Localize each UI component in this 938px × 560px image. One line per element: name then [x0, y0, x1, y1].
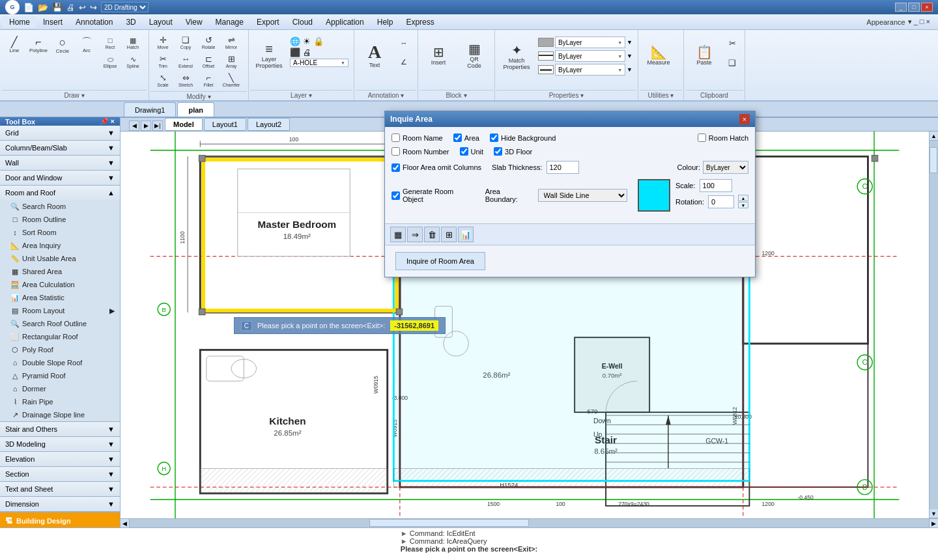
section-text-header[interactable]: Text and Sheet ▼ — [0, 482, 120, 496]
dialog-tool-2[interactable]: ⇒ — [407, 227, 423, 242]
item-dormer[interactable]: ⌂Dormer — [0, 382, 120, 395]
item-search-roof[interactable]: 🔍Search Roof Outline — [0, 317, 120, 330]
chamfer-btn[interactable]: ╲Chamfer — [220, 72, 242, 90]
hatch-btn[interactable]: ▦Hatch — [122, 35, 144, 53]
h-scroll-track[interactable] — [130, 519, 929, 527]
unit-input[interactable] — [460, 147, 468, 156]
trim-btn[interactable]: ✂Trim — [152, 53, 174, 71]
floor-area-input[interactable] — [391, 163, 400, 172]
menu-manage[interactable]: Manage — [209, 16, 250, 28]
h-scroll-thumb[interactable] — [369, 519, 529, 527]
rotate-btn[interactable]: ↺Rotate — [197, 34, 220, 52]
color-dropdown[interactable]: ByLayer — [555, 36, 625, 48]
item-unit-usable[interactable]: 📏Unit Usable Area — [0, 252, 120, 265]
inquire-room-area-btn[interactable]: Inquire of Room Area — [395, 252, 485, 270]
menu-insert[interactable]: Insert — [36, 16, 69, 28]
qr-code-btn[interactable]: ▦ QRCode — [457, 34, 492, 78]
stretch-btn[interactable]: ⇔Stretch — [175, 72, 197, 90]
menu-help[interactable]: Help — [371, 16, 400, 28]
match-properties-btn[interactable]: ✦ MatchProperties — [499, 35, 534, 79]
item-poly-roof[interactable]: ⬡Poly Roof — [0, 343, 120, 356]
tab-drawing1[interactable]: Drawing1 — [124, 102, 176, 117]
menu-cloud[interactable]: Cloud — [286, 16, 319, 28]
room-number-input[interactable] — [391, 147, 400, 156]
colour-preview-box[interactable] — [638, 179, 670, 212]
tab-plan[interactable]: plan — [177, 102, 214, 117]
open-icon[interactable]: 📂 — [38, 3, 48, 12]
horizontal-scrollbar[interactable]: ◀ ▶ — [121, 518, 938, 527]
room-number-check[interactable]: Room Number — [391, 147, 449, 156]
scroll-left-btn[interactable]: ◀ — [121, 519, 130, 527]
dim-angular-btn[interactable]: ∠ — [393, 53, 415, 71]
item-area-stat[interactable]: 📊Area Statistic — [0, 291, 120, 304]
scroll-right-btn[interactable]: ▶ — [929, 519, 938, 527]
menu-export[interactable]: Export — [250, 16, 286, 28]
paste-btn[interactable]: 📋 Paste — [687, 34, 722, 78]
item-shared-area[interactable]: ▦Shared Area — [0, 265, 120, 278]
rotation-input[interactable] — [708, 195, 734, 208]
layer-properties-btn[interactable]: ≡ LayerProperties — [251, 34, 287, 78]
rotation-down-btn[interactable]: ▼ — [738, 202, 748, 208]
section-door-header[interactable]: Door and Window ▼ — [0, 171, 120, 185]
dialog-tool-5[interactable]: 📊 — [458, 227, 474, 242]
3d-floor-check[interactable]: 3D Floor — [494, 147, 532, 156]
item-area-inquiry[interactable]: 📐Area Inquiry — [0, 239, 120, 252]
hide-bg-check[interactable]: Hide Background — [490, 133, 556, 142]
item-pyramid[interactable]: △Pyramid Roof — [0, 369, 120, 382]
room-name-check[interactable]: Room Name — [391, 133, 443, 142]
copy2-btn[interactable]: ❑ — [722, 53, 742, 72]
workspace-select[interactable]: 2D Drafting — [101, 2, 149, 12]
cut-btn[interactable]: ✂ — [722, 34, 742, 52]
scroll-down-btn[interactable]: ▼ — [930, 509, 938, 518]
item-area-calc[interactable]: 🧮Area Culculation — [0, 278, 120, 291]
colour-select[interactable]: ByLayer — [703, 161, 748, 174]
hide-bg-input[interactable] — [490, 133, 498, 142]
maximize-btn[interactable]: □ — [908, 3, 920, 12]
item-sort-room[interactable]: ↕Sort Room — [0, 226, 120, 239]
menu-application[interactable]: Application — [319, 16, 371, 28]
menu-annotation[interactable]: Annotation — [69, 16, 119, 28]
insert-btn[interactable]: ⊞ Insert — [421, 34, 456, 78]
lineweight-dropdown[interactable]: ByLayer — [555, 64, 625, 76]
linetype-dropdown[interactable]: ByLayer — [555, 50, 625, 62]
vertical-scrollbar[interactable]: ▲ ▼ — [929, 132, 938, 518]
copy-btn[interactable]: ❑Copy — [175, 34, 197, 52]
section-column-header[interactable]: Column/Beam/Slab ▼ — [0, 141, 120, 155]
ellipse-btn[interactable]: ⬭Ellipse — [99, 53, 121, 72]
area-input[interactable] — [453, 133, 462, 142]
dialog-tool-4[interactable]: ⊞ — [441, 227, 457, 242]
arc-btn[interactable]: ⌒ Arc — [75, 34, 98, 57]
item-room-layout[interactable]: ▤Room Layout▶ — [0, 304, 120, 317]
spline-btn[interactable]: ∿Spline — [122, 53, 144, 72]
menu-home[interactable]: Home — [3, 16, 36, 28]
circle-btn[interactable]: ○ Circle — [51, 34, 74, 57]
section-room-header[interactable]: Room and Roof ▲ — [0, 186, 120, 200]
rect-btn[interactable]: □Rect — [99, 35, 121, 53]
new-icon[interactable]: 📄 — [23, 3, 34, 12]
close-btn[interactable]: × — [921, 3, 933, 12]
floor-area-check[interactable]: Floor Area omit Columns — [391, 163, 481, 172]
room-hatch-input[interactable] — [698, 133, 706, 142]
model-nav-next[interactable]: ▶ — [141, 120, 151, 131]
save-icon[interactable]: 💾 — [52, 3, 63, 12]
polyline-btn[interactable]: ⌐ Polyline — [27, 34, 50, 57]
item-rain-pipe[interactable]: ⌇Rain Pipe — [0, 395, 120, 408]
scroll-thumb[interactable] — [930, 147, 937, 173]
item-drainage[interactable]: ↗Drainage Slope line — [0, 408, 120, 421]
dialog-tool-3[interactable]: 🗑 — [424, 227, 440, 242]
room-name-input[interactable] — [391, 133, 400, 142]
offset-btn[interactable]: ⊏Offset — [197, 53, 220, 71]
mirror-btn[interactable]: ⇌Mirror — [220, 34, 242, 52]
item-building-design[interactable]: 🏗 Building Design — [0, 512, 120, 527]
section-3d-header[interactable]: 3D Modeling ▼ — [0, 437, 120, 451]
section-section-header[interactable]: Section ▼ — [0, 467, 120, 481]
line-btn[interactable]: ╱ Line — [3, 34, 26, 57]
section-dimension-header[interactable]: Dimension ▼ — [0, 497, 120, 511]
menu-express[interactable]: Express — [399, 16, 440, 28]
scale-btn[interactable]: ⤡Scale — [152, 72, 174, 90]
model-tab-layout1[interactable]: Layout1 — [204, 118, 246, 131]
move-btn[interactable]: ✛Move — [152, 34, 174, 52]
undo-icon[interactable]: ↩ — [79, 3, 86, 12]
section-grid-header[interactable]: Grid ▼ — [0, 126, 120, 140]
extend-btn[interactable]: ↔Extend — [175, 53, 197, 71]
